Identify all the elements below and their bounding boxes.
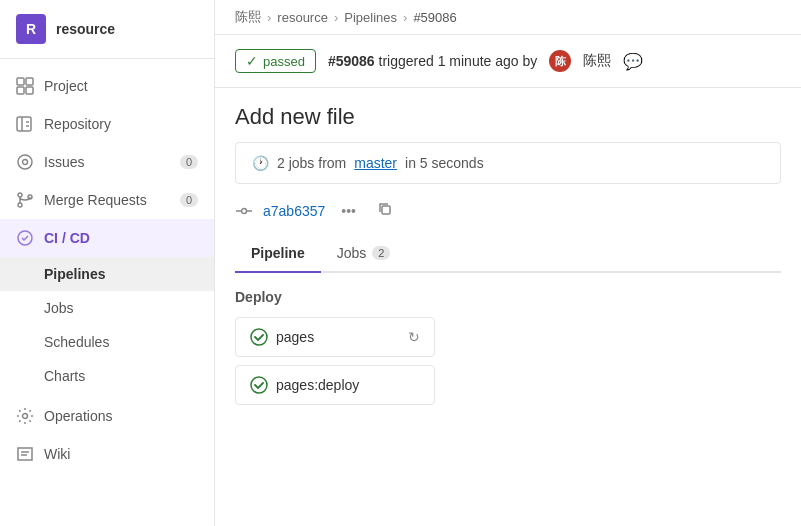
user-name: 陈熙	[583, 52, 611, 70]
job-name-pages-deploy: pages:deploy	[276, 377, 420, 393]
sidebar-sub-item-charts[interactable]: Charts	[0, 359, 214, 393]
commit-row: a7ab6357 •••	[235, 200, 781, 221]
pipeline-id: #59086	[328, 53, 375, 69]
commit-hash[interactable]: a7ab6357	[263, 203, 325, 219]
svg-point-6	[18, 193, 22, 197]
sidebar-item-wiki[interactable]: Wiki	[0, 435, 214, 473]
jobs-summary: 🕐 2 jobs from master in 5 seconds	[235, 142, 781, 184]
job-success-icon	[250, 328, 268, 346]
refresh-icon[interactable]: ↻	[408, 329, 420, 345]
pipeline-info: #59086 triggered 1 minute ago by	[328, 53, 537, 69]
pipeline-content: Deploy pages ↻ pages:deploy	[215, 273, 801, 429]
breadcrumb-sep-1: ›	[267, 10, 271, 25]
commit-icon	[235, 202, 253, 220]
sidebar-item-merge-requests[interactable]: Merge Requests 0	[0, 181, 214, 219]
wiki-label: Wiki	[44, 446, 70, 462]
svg-point-10	[23, 414, 28, 419]
tab-pipeline-label: Pipeline	[251, 245, 305, 261]
wiki-icon	[16, 445, 34, 463]
copy-commit-button[interactable]	[372, 200, 398, 221]
main-content: 陈熙 › resource › Pipelines › #59086 ✓ pas…	[215, 0, 801, 526]
job-item-pages-deploy[interactable]: pages:deploy	[235, 365, 435, 405]
commit-options-button[interactable]: •••	[335, 201, 362, 221]
sidebar-item-ci-cd[interactable]: CI / CD	[0, 219, 214, 257]
svg-point-14	[251, 377, 267, 393]
sidebar-nav: Project Repository Issues 0 Merge Reques…	[0, 59, 214, 526]
check-icon: ✓	[246, 53, 258, 69]
breadcrumb-pipelines[interactable]: Pipelines	[344, 10, 397, 25]
tab-pipeline[interactable]: Pipeline	[235, 237, 321, 273]
pipeline-trigger-text: triggered 1 minute ago by	[379, 53, 538, 69]
repository-icon	[16, 115, 34, 133]
project-icon	[16, 77, 34, 95]
sidebar-logo[interactable]: R resource	[0, 0, 214, 59]
breadcrumb-pipeline-id: #59086	[413, 10, 456, 25]
job-item-pages[interactable]: pages ↻	[235, 317, 435, 357]
breadcrumb: 陈熙 › resource › Pipelines › #59086	[215, 0, 801, 35]
sidebar-item-issues[interactable]: Issues 0	[0, 143, 214, 181]
page-title: Add new file	[215, 88, 801, 142]
merge-requests-icon	[16, 191, 34, 209]
svg-rect-2	[17, 87, 24, 94]
sidebar-item-operations[interactable]: Operations	[0, 397, 214, 435]
sidebar: R resource Project Repository Issues 0 M…	[0, 0, 215, 526]
sidebar-sub-item-schedules[interactable]: Schedules	[0, 325, 214, 359]
breadcrumb-user[interactable]: 陈熙	[235, 8, 261, 26]
svg-point-4	[18, 155, 32, 169]
sidebar-sub-item-pipelines[interactable]: Pipelines	[0, 257, 214, 291]
issues-badge: 0	[180, 155, 198, 169]
svg-point-7	[18, 203, 22, 207]
svg-rect-0	[17, 78, 24, 85]
operations-label: Operations	[44, 408, 112, 424]
pipelines-label: Pipelines	[44, 266, 105, 282]
user-avatar: 陈	[549, 50, 571, 72]
breadcrumb-sep-3: ›	[403, 10, 407, 25]
merge-requests-badge: 0	[180, 193, 198, 207]
job-success-icon-2	[250, 376, 268, 394]
status-badge: ✓ passed	[235, 49, 316, 73]
breadcrumb-resource[interactable]: resource	[277, 10, 328, 25]
svg-rect-3	[26, 87, 33, 94]
tab-jobs[interactable]: Jobs 2	[321, 237, 407, 273]
sidebar-item-project[interactable]: Project	[0, 67, 214, 105]
stage-label: Deploy	[235, 289, 781, 305]
sidebar-sub-item-jobs[interactable]: Jobs	[0, 291, 214, 325]
schedules-label: Schedules	[44, 334, 109, 350]
svg-point-11	[242, 208, 247, 213]
svg-point-13	[251, 329, 267, 345]
tabs: Pipeline Jobs 2	[235, 237, 781, 273]
logo-name: resource	[56, 21, 115, 37]
status-text: passed	[263, 54, 305, 69]
chat-icon[interactable]: 💬	[623, 52, 643, 71]
jobs-label: Jobs	[44, 300, 74, 316]
logo-avatar: R	[16, 14, 46, 44]
svg-rect-12	[382, 206, 390, 214]
pipeline-header: ✓ passed #59086 triggered 1 minute ago b…	[215, 35, 801, 88]
svg-point-5	[23, 160, 28, 165]
sidebar-item-label: Merge Requests	[44, 192, 147, 208]
jobs-tab-badge: 2	[372, 246, 390, 260]
job-name-pages: pages	[276, 329, 400, 345]
copy-icon	[378, 202, 392, 216]
sidebar-item-label: CI / CD	[44, 230, 90, 246]
breadcrumb-sep-2: ›	[334, 10, 338, 25]
branch-link[interactable]: master	[354, 155, 397, 171]
jobs-suffix: in 5 seconds	[405, 155, 484, 171]
clock-icon: 🕐	[252, 155, 269, 171]
jobs-text: 2 jobs from	[277, 155, 346, 171]
ci-cd-icon	[16, 229, 34, 247]
operations-icon	[16, 407, 34, 425]
sidebar-item-label: Repository	[44, 116, 111, 132]
svg-rect-1	[26, 78, 33, 85]
tab-jobs-label: Jobs	[337, 245, 367, 261]
charts-label: Charts	[44, 368, 85, 384]
sidebar-item-label: Project	[44, 78, 88, 94]
sidebar-item-label: Issues	[44, 154, 84, 170]
issues-icon	[16, 153, 34, 171]
sidebar-item-repository[interactable]: Repository	[0, 105, 214, 143]
